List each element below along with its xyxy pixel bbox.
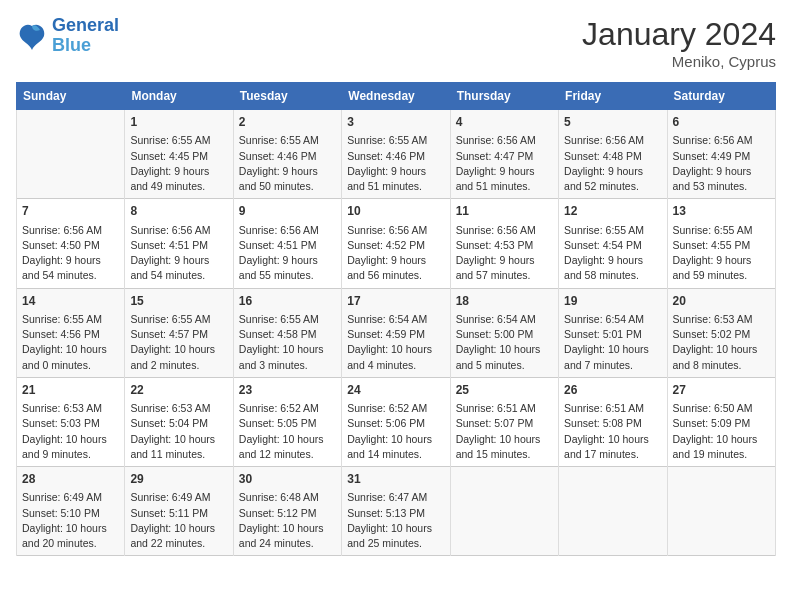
- calendar-cell: 25Sunrise: 6:51 AMSunset: 5:07 PMDayligh…: [450, 377, 558, 466]
- location: Meniko, Cyprus: [582, 53, 776, 70]
- cell-info: Sunrise: 6:55 AMSunset: 4:56 PMDaylight:…: [22, 312, 119, 373]
- cell-info: Sunrise: 6:56 AMSunset: 4:50 PMDaylight:…: [22, 223, 119, 284]
- calendar-cell: [450, 467, 558, 556]
- cell-info: Sunrise: 6:49 AMSunset: 5:11 PMDaylight:…: [130, 490, 227, 551]
- calendar-cell: 27Sunrise: 6:50 AMSunset: 5:09 PMDayligh…: [667, 377, 775, 466]
- calendar-cell: 17Sunrise: 6:54 AMSunset: 4:59 PMDayligh…: [342, 288, 450, 377]
- month-title: January 2024: [582, 16, 776, 53]
- calendar-cell: 26Sunrise: 6:51 AMSunset: 5:08 PMDayligh…: [559, 377, 667, 466]
- cell-info: Sunrise: 6:51 AMSunset: 5:07 PMDaylight:…: [456, 401, 553, 462]
- cell-info: Sunrise: 6:54 AMSunset: 4:59 PMDaylight:…: [347, 312, 444, 373]
- calendar-cell: 7Sunrise: 6:56 AMSunset: 4:50 PMDaylight…: [17, 199, 125, 288]
- calendar-cell: 21Sunrise: 6:53 AMSunset: 5:03 PMDayligh…: [17, 377, 125, 466]
- cell-info: Sunrise: 6:55 AMSunset: 4:54 PMDaylight:…: [564, 223, 661, 284]
- day-number: 5: [564, 114, 661, 131]
- weekday-header: Friday: [559, 83, 667, 110]
- title-area: January 2024 Meniko, Cyprus: [582, 16, 776, 70]
- day-number: 25: [456, 382, 553, 399]
- weekday-header-row: SundayMondayTuesdayWednesdayThursdayFrid…: [17, 83, 776, 110]
- day-number: 8: [130, 203, 227, 220]
- cell-info: Sunrise: 6:56 AMSunset: 4:52 PMDaylight:…: [347, 223, 444, 284]
- day-number: 21: [22, 382, 119, 399]
- calendar-cell: 10Sunrise: 6:56 AMSunset: 4:52 PMDayligh…: [342, 199, 450, 288]
- page-header: General Blue January 2024 Meniko, Cyprus: [16, 16, 776, 70]
- weekday-header: Sunday: [17, 83, 125, 110]
- cell-info: Sunrise: 6:55 AMSunset: 4:57 PMDaylight:…: [130, 312, 227, 373]
- calendar-table: SundayMondayTuesdayWednesdayThursdayFrid…: [16, 82, 776, 556]
- cell-info: Sunrise: 6:55 AMSunset: 4:55 PMDaylight:…: [673, 223, 770, 284]
- cell-info: Sunrise: 6:56 AMSunset: 4:47 PMDaylight:…: [456, 133, 553, 194]
- day-number: 1: [130, 114, 227, 131]
- day-number: 30: [239, 471, 336, 488]
- cell-info: Sunrise: 6:52 AMSunset: 5:06 PMDaylight:…: [347, 401, 444, 462]
- calendar-cell: [559, 467, 667, 556]
- cell-info: Sunrise: 6:53 AMSunset: 5:04 PMDaylight:…: [130, 401, 227, 462]
- logo-icon: [16, 22, 48, 50]
- day-number: 24: [347, 382, 444, 399]
- calendar-cell: 2Sunrise: 6:55 AMSunset: 4:46 PMDaylight…: [233, 110, 341, 199]
- calendar-cell: 5Sunrise: 6:56 AMSunset: 4:48 PMDaylight…: [559, 110, 667, 199]
- cell-info: Sunrise: 6:52 AMSunset: 5:05 PMDaylight:…: [239, 401, 336, 462]
- calendar-cell: 4Sunrise: 6:56 AMSunset: 4:47 PMDaylight…: [450, 110, 558, 199]
- calendar-week-row: 1Sunrise: 6:55 AMSunset: 4:45 PMDaylight…: [17, 110, 776, 199]
- day-number: 27: [673, 382, 770, 399]
- logo: General Blue: [16, 16, 119, 56]
- calendar-cell: 29Sunrise: 6:49 AMSunset: 5:11 PMDayligh…: [125, 467, 233, 556]
- day-number: 3: [347, 114, 444, 131]
- day-number: 16: [239, 293, 336, 310]
- cell-info: Sunrise: 6:47 AMSunset: 5:13 PMDaylight:…: [347, 490, 444, 551]
- calendar-cell: 1Sunrise: 6:55 AMSunset: 4:45 PMDaylight…: [125, 110, 233, 199]
- day-number: 19: [564, 293, 661, 310]
- day-number: 28: [22, 471, 119, 488]
- weekday-header: Monday: [125, 83, 233, 110]
- weekday-header: Tuesday: [233, 83, 341, 110]
- cell-info: Sunrise: 6:55 AMSunset: 4:45 PMDaylight:…: [130, 133, 227, 194]
- day-number: 11: [456, 203, 553, 220]
- cell-info: Sunrise: 6:56 AMSunset: 4:51 PMDaylight:…: [239, 223, 336, 284]
- calendar-cell: 28Sunrise: 6:49 AMSunset: 5:10 PMDayligh…: [17, 467, 125, 556]
- cell-info: Sunrise: 6:55 AMSunset: 4:46 PMDaylight:…: [347, 133, 444, 194]
- day-number: 22: [130, 382, 227, 399]
- calendar-cell: [17, 110, 125, 199]
- day-number: 12: [564, 203, 661, 220]
- calendar-cell: 11Sunrise: 6:56 AMSunset: 4:53 PMDayligh…: [450, 199, 558, 288]
- calendar-cell: 31Sunrise: 6:47 AMSunset: 5:13 PMDayligh…: [342, 467, 450, 556]
- calendar-week-row: 7Sunrise: 6:56 AMSunset: 4:50 PMDaylight…: [17, 199, 776, 288]
- day-number: 20: [673, 293, 770, 310]
- calendar-cell: 30Sunrise: 6:48 AMSunset: 5:12 PMDayligh…: [233, 467, 341, 556]
- calendar-cell: 6Sunrise: 6:56 AMSunset: 4:49 PMDaylight…: [667, 110, 775, 199]
- day-number: 6: [673, 114, 770, 131]
- day-number: 13: [673, 203, 770, 220]
- day-number: 14: [22, 293, 119, 310]
- day-number: 9: [239, 203, 336, 220]
- day-number: 31: [347, 471, 444, 488]
- cell-info: Sunrise: 6:54 AMSunset: 5:00 PMDaylight:…: [456, 312, 553, 373]
- weekday-header: Saturday: [667, 83, 775, 110]
- cell-info: Sunrise: 6:54 AMSunset: 5:01 PMDaylight:…: [564, 312, 661, 373]
- calendar-cell: 18Sunrise: 6:54 AMSunset: 5:00 PMDayligh…: [450, 288, 558, 377]
- day-number: 29: [130, 471, 227, 488]
- calendar-cell: 20Sunrise: 6:53 AMSunset: 5:02 PMDayligh…: [667, 288, 775, 377]
- calendar-cell: 24Sunrise: 6:52 AMSunset: 5:06 PMDayligh…: [342, 377, 450, 466]
- calendar-cell: 13Sunrise: 6:55 AMSunset: 4:55 PMDayligh…: [667, 199, 775, 288]
- day-number: 4: [456, 114, 553, 131]
- cell-info: Sunrise: 6:50 AMSunset: 5:09 PMDaylight:…: [673, 401, 770, 462]
- cell-info: Sunrise: 6:53 AMSunset: 5:03 PMDaylight:…: [22, 401, 119, 462]
- weekday-header: Wednesday: [342, 83, 450, 110]
- day-number: 7: [22, 203, 119, 220]
- logo-text: General Blue: [52, 16, 119, 56]
- calendar-cell: 15Sunrise: 6:55 AMSunset: 4:57 PMDayligh…: [125, 288, 233, 377]
- calendar-week-row: 28Sunrise: 6:49 AMSunset: 5:10 PMDayligh…: [17, 467, 776, 556]
- cell-info: Sunrise: 6:56 AMSunset: 4:48 PMDaylight:…: [564, 133, 661, 194]
- cell-info: Sunrise: 6:56 AMSunset: 4:51 PMDaylight:…: [130, 223, 227, 284]
- day-number: 15: [130, 293, 227, 310]
- calendar-cell: 22Sunrise: 6:53 AMSunset: 5:04 PMDayligh…: [125, 377, 233, 466]
- day-number: 23: [239, 382, 336, 399]
- calendar-week-row: 21Sunrise: 6:53 AMSunset: 5:03 PMDayligh…: [17, 377, 776, 466]
- calendar-cell: 3Sunrise: 6:55 AMSunset: 4:46 PMDaylight…: [342, 110, 450, 199]
- cell-info: Sunrise: 6:53 AMSunset: 5:02 PMDaylight:…: [673, 312, 770, 373]
- calendar-cell: 12Sunrise: 6:55 AMSunset: 4:54 PMDayligh…: [559, 199, 667, 288]
- day-number: 10: [347, 203, 444, 220]
- cell-info: Sunrise: 6:56 AMSunset: 4:53 PMDaylight:…: [456, 223, 553, 284]
- calendar-cell: 9Sunrise: 6:56 AMSunset: 4:51 PMDaylight…: [233, 199, 341, 288]
